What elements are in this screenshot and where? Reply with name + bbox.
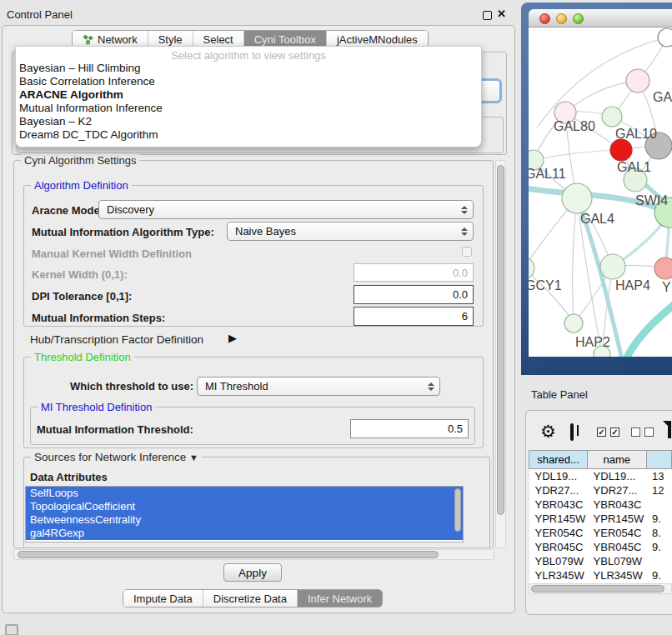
combo-stepper-icon (461, 228, 468, 236)
cell: YBR043C (529, 498, 588, 512)
split-columns-icon[interactable] (570, 423, 574, 441)
manual-kernel-width-checkbox[interactable] (462, 247, 472, 257)
float-window-icon[interactable] (483, 11, 492, 20)
node-label-hap4: HAP4 (615, 278, 650, 292)
unchecked-checkbox-icon[interactable] (631, 428, 640, 437)
which-threshold-select[interactable]: MI Threshold (197, 377, 440, 396)
network-view-window: GAL GAL80 GAL10 GAL1 GAL11 SWI4 GAL4 GCY… (529, 9, 672, 357)
network-node[interactable] (658, 28, 672, 47)
zoom-window-icon[interactable] (573, 13, 584, 24)
close-icon[interactable]: ✕ (497, 8, 506, 20)
network-node-gal1-red[interactable] (610, 139, 632, 161)
dpi-tolerance-input[interactable]: 0.0 (354, 285, 474, 304)
aracne-mode-select[interactable]: Discovery (98, 200, 474, 219)
network-node-gcy1[interactable] (529, 258, 534, 279)
network-node-gal4[interactable] (562, 183, 592, 213)
network-node-salmon[interactable] (654, 258, 672, 279)
algorithm-option-selected[interactable]: ARACNE Algorithm (16, 88, 481, 102)
tab-discretize-data[interactable]: Discretize Data (203, 590, 297, 607)
close-window-icon[interactable] (539, 13, 550, 24)
checked-checkbox-icon[interactable]: ✓ (610, 428, 619, 437)
tab-jactivemnodules[interactable]: jActiveMNodules (326, 31, 428, 48)
network-icon (83, 34, 93, 45)
tab-cyni-toolbox[interactable]: Cyni Toolbox (243, 31, 326, 48)
node-label-gal11: GAL11 (529, 167, 566, 181)
node-label-gcy1: GCY1 (529, 278, 562, 292)
algorithm-option[interactable]: Dream8 DC_TDC Algorithm (16, 128, 481, 142)
tab-network[interactable]: Network (73, 31, 148, 48)
aracne-mode-value: Discovery (107, 203, 154, 216)
cell: 8. (646, 526, 671, 540)
attribute-list-scrollbar[interactable] (454, 488, 461, 532)
table-row[interactable]: YBR043CYBR043C (529, 498, 672, 512)
table-row[interactable]: YER054CYER054C8. (529, 526, 672, 540)
column-header-partial[interactable] (646, 451, 671, 469)
network-node[interactable] (602, 107, 622, 127)
mi-threshold-input[interactable]: 0.5 (350, 419, 469, 438)
mi-steps-label: Mutual Information Steps: (32, 312, 165, 324)
algorithm-option[interactable]: Bayesian – K2 (16, 115, 481, 128)
collapsed-panel-icon[interactable] (5, 624, 18, 635)
kernel-width-input[interactable]: 0.0 (354, 263, 474, 282)
table-panel-title: Table Panel (531, 388, 588, 401)
algorithm-option[interactable]: Mutual Information Inference (16, 102, 481, 115)
tab-discretize-data-label: Discretize Data (213, 592, 287, 605)
table-row[interactable]: YDR27...YDR27...12 (529, 483, 672, 498)
table-row[interactable]: YBR045CYBR045C9. (529, 540, 672, 554)
checked-checkbox-icon[interactable]: ✓ (597, 428, 606, 437)
mi-threshold-group-title: MI Threshold Definition (38, 401, 155, 413)
cyni-bottom-tabbar: Impute Data Discretize Data Infer Networ… (123, 589, 383, 608)
screen: Control Panel ✕ Network St (0, 0, 672, 635)
tab-style[interactable]: Style (148, 31, 193, 48)
sources-collapse-arrow-icon[interactable]: ▼ (189, 452, 198, 462)
cell (646, 498, 671, 512)
new-column-icon[interactable] (668, 421, 671, 438)
unchecked-checkbox-icon[interactable] (644, 428, 654, 437)
algorithm-option[interactable]: Bayesian – Hill Climbing (16, 62, 481, 75)
cell: YLR345W (588, 568, 647, 582)
attribute-item[interactable]: TopologicalCoefficient (26, 500, 463, 513)
apply-button[interactable]: Apply (223, 563, 282, 582)
table-row[interactable]: YBL079WYBL079W (529, 554, 672, 568)
mi-threshold-label: Mutual Information Threshold: (37, 423, 193, 436)
gear-icon[interactable]: ⚙ (540, 422, 556, 442)
node-table[interactable]: shared... name YDL19...YDL19...13 YDR27.… (529, 450, 672, 583)
tab-network-label: Network (98, 33, 138, 46)
tab-impute-data[interactable]: Impute Data (123, 590, 203, 607)
algorithm-definition-title: Algorithm Definition (31, 179, 132, 192)
cell: 9. (646, 540, 671, 554)
attribute-item[interactable]: gal4RGexp (26, 527, 463, 540)
mi-steps-input[interactable]: 6 (354, 307, 474, 326)
network-canvas[interactable]: GAL GAL80 GAL10 GAL1 GAL11 SWI4 GAL4 GCY… (529, 28, 672, 357)
settings-vertical-scrollbar[interactable] (495, 160, 506, 548)
node-label-gal4: GAL4 (580, 212, 614, 226)
table-horizontal-scrollbar[interactable] (529, 583, 672, 594)
algorithm-option[interactable]: Basic Correlation Inference (16, 75, 481, 88)
column-header-name[interactable]: name (588, 451, 647, 469)
network-node[interactable] (626, 69, 649, 92)
column-header-shared-name[interactable]: shared... (529, 451, 588, 469)
mi-algorithm-type-select[interactable]: Naive Bayes (227, 222, 474, 241)
settings-horizontal-scrollbar[interactable] (13, 549, 494, 560)
cell: YER054C (588, 526, 647, 540)
hub-expand-arrow-icon[interactable]: ▶ (228, 332, 237, 344)
attribute-item[interactable]: SelfLoops (26, 487, 463, 500)
data-attributes-list[interactable]: SelfLoops TopologicalCoefficient Between… (25, 486, 464, 542)
network-graph: GAL GAL80 GAL10 GAL1 GAL11 SWI4 GAL4 GCY… (529, 28, 672, 357)
mi-algorithm-type-label: Mutual Information Algorithm Type: (32, 226, 214, 238)
table-row[interactable]: YPR145WYPR145W9. (529, 512, 672, 526)
network-node-hap2[interactable] (564, 314, 583, 332)
minimize-window-icon[interactable] (556, 13, 567, 24)
node-label-hap2: HAP2 (575, 335, 610, 349)
attribute-item[interactable]: BetweennessCentrality (26, 513, 463, 527)
table-row[interactable]: YLR345WYLR345W9. (529, 568, 672, 582)
cell: 13 (646, 469, 671, 483)
node-label-swi4: SWI4 (635, 193, 668, 208)
network-window-titlebar[interactable] (529, 9, 672, 28)
tab-select[interactable]: Select (193, 31, 243, 48)
cell: YBR045C (588, 540, 647, 554)
tab-infer-network[interactable]: Infer Network (297, 590, 382, 607)
network-node-hap4[interactable] (600, 254, 625, 279)
cell: YBR043C (588, 498, 647, 512)
table-row[interactable]: YDL19...YDL19...13 (529, 469, 672, 483)
